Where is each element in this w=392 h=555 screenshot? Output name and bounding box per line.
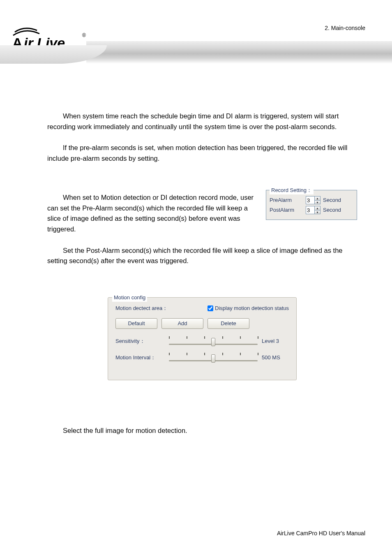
delete-button[interactable]: Delete — [208, 318, 249, 329]
postalarm-label: PostAlarm — [270, 206, 303, 214]
display-motion-status-input[interactable] — [208, 305, 213, 311]
prealarm-label: PreAlarm — [270, 196, 303, 204]
motion-detect-area-label: Motion dectect area： — [115, 304, 168, 312]
paragraph-4: Set the Post-Alarm second(s) which the r… — [47, 245, 357, 266]
prealarm-unit: Second — [323, 196, 341, 204]
motion-interval-slider[interactable] — [169, 353, 258, 363]
sensitivity-value: Level 3 — [262, 337, 289, 345]
prealarm-up-icon[interactable]: ▲ — [315, 197, 320, 201]
sensitivity-thumb[interactable] — [211, 338, 215, 346]
header-banner — [86, 41, 392, 64]
breadcrumb: 2. Main-console — [325, 25, 365, 31]
motion-config-legend: Motion config — [112, 294, 147, 302]
prealarm-down-icon[interactable]: ▼ — [315, 201, 320, 204]
postalarm-up-icon[interactable]: ▲ — [315, 206, 320, 210]
paragraph-1: When system time reach the schedule begi… — [47, 111, 357, 132]
prealarm-input[interactable] — [306, 197, 314, 204]
motion-interval-label: Motion Interval： — [115, 354, 165, 362]
postalarm-stepper[interactable]: ▲ ▼ — [306, 206, 321, 214]
record-setting-legend: Record Setting： — [270, 186, 314, 194]
sensitivity-label: Sensitivity： — [115, 337, 165, 345]
footer-text: AirLive CamPro HD User's Manual — [277, 530, 365, 536]
default-button[interactable]: Default — [115, 318, 157, 329]
sensitivity-slider[interactable] — [169, 336, 258, 346]
display-motion-status-checkbox[interactable]: Display motion detection status — [208, 304, 289, 312]
logo-reg: ® — [82, 32, 86, 38]
record-setting-group: Record Setting： PreAlarm ▲ ▼ Second Post… — [266, 190, 357, 220]
paragraph-3: When set to Motion detection or DI detec… — [47, 192, 263, 234]
add-button[interactable]: Add — [161, 318, 203, 329]
postalarm-input[interactable] — [306, 206, 314, 214]
postalarm-down-icon[interactable]: ▼ — [315, 210, 320, 214]
motion-interval-thumb[interactable] — [211, 354, 215, 363]
paragraph-5: Select the full image for motion detecti… — [47, 426, 357, 436]
motion-config-group: Motion config Motion dectect area： Displ… — [108, 297, 297, 380]
paragraph-2: If the pre-alarm seconds is set, when mo… — [47, 143, 357, 164]
motion-interval-value: 500 MS — [262, 354, 289, 362]
prealarm-stepper[interactable]: ▲ ▼ — [306, 196, 321, 204]
display-motion-status-label: Display motion detection status — [215, 304, 289, 312]
postalarm-unit: Second — [323, 206, 341, 214]
